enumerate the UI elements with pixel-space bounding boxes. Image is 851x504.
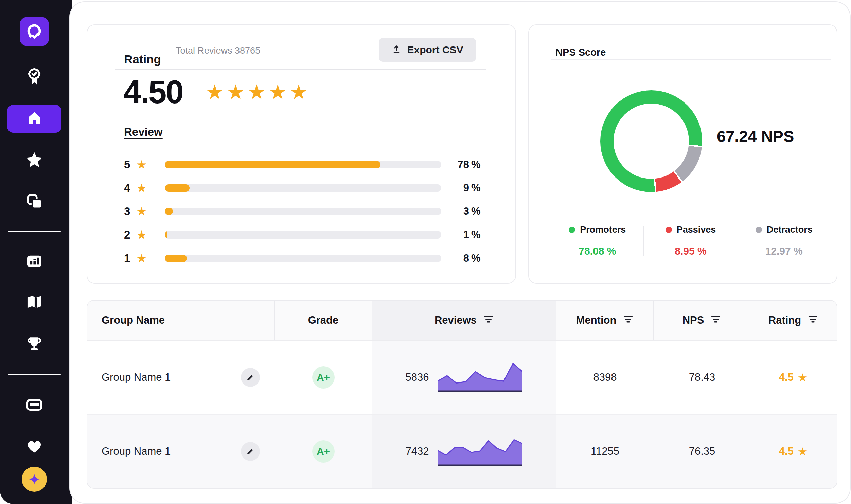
mention-cell: 8398 xyxy=(556,341,654,414)
bar-label: 2 xyxy=(124,229,134,241)
sidebar-divider xyxy=(8,374,61,375)
export-csv-label: Export CSV xyxy=(407,44,463,56)
rating-card: Rating Total Reviews 38765 Export CSV 4.… xyxy=(87,24,516,284)
sort-icon[interactable] xyxy=(483,314,493,326)
bar-track xyxy=(165,254,441,262)
map-icon xyxy=(25,293,44,313)
percent-sign: % xyxy=(471,182,486,194)
bar-track xyxy=(165,208,441,215)
grade-cell: A+ xyxy=(275,415,372,488)
rating-cell: 4.5 ★ xyxy=(750,415,836,488)
nps-score-value: 67.24 NPS xyxy=(717,127,812,146)
column-header-rating: Rating xyxy=(750,301,836,340)
sidebar-item-templates[interactable] xyxy=(0,192,69,213)
star-icon: ★ xyxy=(798,371,808,384)
sidebar-item-map[interactable] xyxy=(0,293,69,313)
review-bar-row: 5 ★ 78 % xyxy=(124,153,494,176)
bar-fill xyxy=(165,184,190,192)
sort-icon[interactable] xyxy=(711,314,721,326)
home-icon xyxy=(27,110,42,127)
groups-table: Group Name Grade Reviews Mention xyxy=(87,300,837,489)
legend-promoters: Promoters 78.08 % xyxy=(551,225,644,257)
sidebar-item-billing[interactable] xyxy=(0,395,69,416)
reviews-count: 5836 xyxy=(406,371,429,383)
promoters-label: Promoters xyxy=(580,225,626,235)
detractors-value: 12.97 % xyxy=(765,246,803,257)
sort-icon[interactable] xyxy=(623,314,633,326)
logo-icon xyxy=(20,17,49,46)
sidebar-item-favorites[interactable] xyxy=(0,436,69,457)
bar-percent: 9 xyxy=(445,182,469,194)
sidebar-item-badge[interactable] xyxy=(0,68,69,88)
column-header-grade: Grade xyxy=(275,301,372,340)
review-bar-row: 4 ★ 9 % xyxy=(124,176,494,200)
bar-track xyxy=(165,231,441,239)
rating-score: 4.50 xyxy=(123,73,183,111)
grade-badge: A+ xyxy=(312,440,335,463)
divider xyxy=(115,69,486,70)
review-bar-row: 1 ★ 8 % xyxy=(124,247,494,270)
bar-label: 5 xyxy=(124,158,134,171)
bar-fill xyxy=(165,208,173,215)
rating-card-title: Rating xyxy=(124,53,161,66)
star-icon: ★ xyxy=(290,81,311,104)
bar-percent: 78 xyxy=(445,159,469,171)
trophy-icon xyxy=(24,334,44,355)
edit-group-button[interactable] xyxy=(241,368,260,387)
group-name-cell: Group Name 1 xyxy=(87,415,275,488)
badge-check-icon xyxy=(25,68,44,88)
table-row[interactable]: Group Name 1 A+ 7432 11255 xyxy=(87,414,837,488)
sidebar-item-leaderboard[interactable] xyxy=(0,334,69,355)
star-icon: ★ xyxy=(798,445,808,458)
star-icon: ★ xyxy=(268,81,290,104)
detractors-label: Detractors xyxy=(767,225,813,235)
table-row[interactable]: Group Name 1 A+ 5836 8398 xyxy=(87,341,837,414)
heart-icon xyxy=(24,436,44,457)
star-icon: ★ xyxy=(248,81,269,104)
star-icon: ★ xyxy=(136,252,152,265)
reviews-count: 7432 xyxy=(406,445,429,457)
group-name: Group Name 1 xyxy=(102,445,171,457)
divider xyxy=(551,59,831,60)
bar-chart-icon xyxy=(25,252,44,272)
nps-legend: Promoters 78.08 % Passives 8.95 % Detrac… xyxy=(551,225,831,257)
sidebar-item-reviews[interactable] xyxy=(0,151,69,171)
review-bar-row: 3 ★ 3 % xyxy=(124,200,494,223)
grade-badge: A+ xyxy=(312,366,335,389)
rating-cell: 4.5 ★ xyxy=(750,341,836,414)
bar-fill xyxy=(165,254,187,262)
app-canvas: Rating Total Reviews 38765 Export CSV 4.… xyxy=(0,0,851,504)
rating-value: 4.5 xyxy=(779,445,794,457)
group-name-cell: Group Name 1 xyxy=(87,341,275,414)
bar-label: 3 xyxy=(124,205,134,218)
review-bar-row: 2 ★ 1 % xyxy=(124,223,494,247)
app-logo[interactable] xyxy=(0,17,69,46)
review-heading: Review xyxy=(124,126,163,139)
main-panel: Rating Total Reviews 38765 Export CSV 4.… xyxy=(69,1,851,504)
legend-detractors: Detractors 12.97 % xyxy=(737,225,831,257)
bar-percent: 8 xyxy=(445,252,469,264)
bar-track xyxy=(165,184,441,192)
sidebar-item-home-active[interactable] xyxy=(7,105,62,133)
sidebar-divider xyxy=(8,231,61,233)
nps-card: NPS Score 67.24 NPS Promoters 78.08 % xyxy=(528,24,837,284)
sidebar-item-analytics[interactable] xyxy=(0,252,69,272)
edit-group-button[interactable] xyxy=(241,442,260,461)
copy-icon xyxy=(25,192,44,213)
star-icon: ★ xyxy=(136,228,152,242)
donut-hole xyxy=(613,104,689,179)
mention-cell: 11255 xyxy=(556,415,654,488)
legend-passives: Passives 8.95 % xyxy=(644,225,737,257)
rating-stars: ★★★★★ xyxy=(206,80,311,104)
premium-sparkle-icon xyxy=(22,467,47,492)
sidebar-item-premium[interactable] xyxy=(0,467,69,492)
export-csv-button[interactable]: Export CSV xyxy=(379,38,476,62)
column-header-group-name: Group Name xyxy=(87,301,275,340)
star-icon: ★ xyxy=(136,205,152,218)
promoters-dot-icon xyxy=(569,227,575,233)
bar-fill xyxy=(165,231,168,239)
sort-icon[interactable] xyxy=(808,314,818,326)
column-header-reviews: Reviews xyxy=(372,301,556,340)
star-icon: ★ xyxy=(136,158,152,172)
table-header: Group Name Grade Reviews Mention xyxy=(87,301,837,341)
